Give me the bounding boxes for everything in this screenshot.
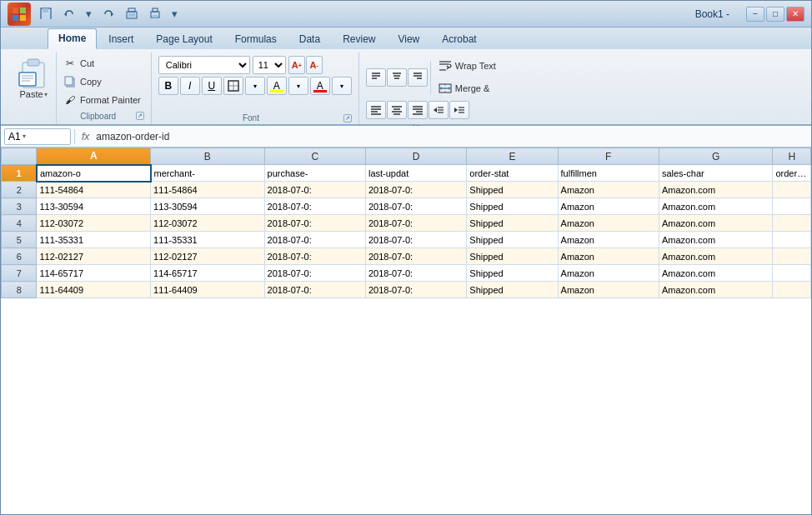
italic-button[interactable]: I xyxy=(180,77,200,95)
qa-dropdown[interactable]: ▾ xyxy=(168,6,181,22)
row-header[interactable]: 1 xyxy=(2,165,37,182)
undo-dropdown[interactable]: ▾ xyxy=(83,6,95,22)
font-name-select[interactable]: Calibri xyxy=(158,56,250,74)
cell[interactable]: Amazon xyxy=(558,215,659,232)
cell[interactable]: purchase- xyxy=(264,165,365,182)
name-box-dropdown[interactable]: ▾ xyxy=(23,132,26,140)
font-color-dropdown[interactable]: ▾ xyxy=(332,77,352,95)
cell[interactable]: 112-02127 xyxy=(37,248,151,265)
cell[interactable]: 111-35331 xyxy=(37,232,151,248)
row-header[interactable]: 8 xyxy=(2,282,37,298)
row-header[interactable]: 2 xyxy=(2,182,37,198)
cell[interactable]: 2018-07-0: xyxy=(264,182,365,198)
cell[interactable]: Shipped xyxy=(467,215,558,232)
cell[interactable] xyxy=(773,232,811,248)
cell[interactable]: 2018-07-0: xyxy=(365,265,466,282)
office-button[interactable] xyxy=(8,2,31,26)
borders-dropdown[interactable]: ▾ xyxy=(245,77,265,95)
cell[interactable]: 112-03072 xyxy=(151,215,265,232)
increase-font-size-button[interactable]: A+ xyxy=(288,56,305,74)
cell[interactable]: Shipped xyxy=(467,198,558,215)
cell[interactable]: Amazon xyxy=(558,282,659,298)
cell[interactable]: 2018-07-0: xyxy=(365,282,466,298)
redo-button[interactable] xyxy=(98,6,118,22)
col-header-g[interactable]: G xyxy=(659,148,773,165)
print-preview-button[interactable] xyxy=(122,6,142,22)
cell[interactable]: last-updat xyxy=(365,165,466,182)
clipboard-group-expander[interactable]: ↗ xyxy=(136,112,143,120)
tab-view[interactable]: View xyxy=(387,29,430,49)
cell[interactable]: 2018-07-0: xyxy=(365,215,466,232)
tab-acrobat[interactable]: Acrobat xyxy=(431,29,487,49)
minimize-button[interactable]: − xyxy=(746,7,764,22)
cell[interactable]: amazon-o xyxy=(37,165,151,182)
highlight-button[interactable]: A xyxy=(267,77,287,95)
tab-pagelayout[interactable]: Page Layout xyxy=(145,29,223,49)
cell[interactable]: Amazon.com xyxy=(659,265,773,282)
col-header-a[interactable]: A xyxy=(37,148,151,165)
cell[interactable]: Amazon xyxy=(558,248,659,265)
close-button[interactable]: ✕ xyxy=(786,7,804,22)
col-header-e[interactable]: E xyxy=(467,148,558,165)
restore-button[interactable]: □ xyxy=(766,7,784,22)
cell[interactable] xyxy=(773,265,811,282)
cell[interactable]: Shipped xyxy=(467,282,558,298)
indent-increase-button[interactable] xyxy=(449,101,469,119)
cell[interactable]: 113-30594 xyxy=(151,198,265,215)
cell[interactable]: sales-char xyxy=(659,165,773,182)
align-top-center-button[interactable] xyxy=(387,68,407,87)
align-left-button[interactable] xyxy=(366,101,386,119)
cell[interactable]: 2018-07-0: xyxy=(264,265,365,282)
cell[interactable]: Amazon xyxy=(558,265,659,282)
indent-decrease-button[interactable] xyxy=(429,101,449,119)
row-header[interactable]: 4 xyxy=(2,215,37,232)
cell[interactable]: merchant- xyxy=(151,165,265,182)
col-header-h[interactable]: H xyxy=(773,148,811,165)
cell[interactable]: Amazon xyxy=(558,198,659,215)
align-center-button[interactable] xyxy=(387,101,407,119)
tab-home[interactable]: Home xyxy=(48,28,97,49)
cell[interactable] xyxy=(773,198,811,215)
cell[interactable]: 2018-07-0: xyxy=(365,198,466,215)
cell[interactable]: 111-64409 xyxy=(37,282,151,298)
row-header[interactable]: 3 xyxy=(2,198,37,215)
font-color-button[interactable]: A xyxy=(310,77,330,95)
cell[interactable]: Shipped xyxy=(467,248,558,265)
bold-button[interactable]: B xyxy=(158,77,178,95)
font-size-select[interactable]: 11 xyxy=(253,56,286,74)
cell[interactable] xyxy=(773,282,811,298)
cell[interactable]: order-cha xyxy=(773,165,811,182)
cell[interactable]: Shipped xyxy=(467,232,558,248)
borders-button[interactable] xyxy=(223,77,243,95)
cell[interactable]: fulfillmen xyxy=(558,165,659,182)
copy-button[interactable]: Copy xyxy=(60,73,144,90)
tab-review[interactable]: Review xyxy=(332,29,386,49)
cell[interactable]: Shipped xyxy=(467,182,558,198)
print-button[interactable] xyxy=(145,6,165,22)
cell[interactable]: 2018-07-0: xyxy=(264,232,365,248)
row-header[interactable]: 7 xyxy=(2,265,37,282)
col-header-f[interactable]: F xyxy=(558,148,659,165)
cell[interactable]: Amazon xyxy=(558,182,659,198)
cell[interactable]: Amazon.com xyxy=(659,182,773,198)
formula-input[interactable] xyxy=(96,128,808,145)
cut-button[interactable]: ✂ Cut xyxy=(60,55,144,72)
cell[interactable] xyxy=(773,215,811,232)
cell[interactable]: 111-64409 xyxy=(151,282,265,298)
row-header[interactable]: 5 xyxy=(2,232,37,248)
wrap-text-button[interactable]: Wrap Text xyxy=(434,56,501,76)
tab-insert[interactable]: Insert xyxy=(98,29,144,49)
highlight-dropdown[interactable]: ▾ xyxy=(288,77,308,95)
tab-formulas[interactable]: Formulas xyxy=(224,29,288,49)
cell[interactable]: 2018-07-0: xyxy=(365,248,466,265)
cell[interactable]: 111-54864 xyxy=(37,182,151,198)
save-button[interactable] xyxy=(36,6,56,22)
cell[interactable]: Amazon.com xyxy=(659,248,773,265)
cell[interactable]: Amazon.com xyxy=(659,232,773,248)
merge-cells-button[interactable]: Merge & xyxy=(434,78,501,98)
align-top-left-button[interactable] xyxy=(366,68,386,87)
undo-button[interactable] xyxy=(59,6,79,22)
cell[interactable]: Amazon.com xyxy=(659,198,773,215)
paste-button[interactable]: Paste ▾ xyxy=(11,52,57,124)
cell[interactable]: 2018-07-0: xyxy=(365,182,466,198)
